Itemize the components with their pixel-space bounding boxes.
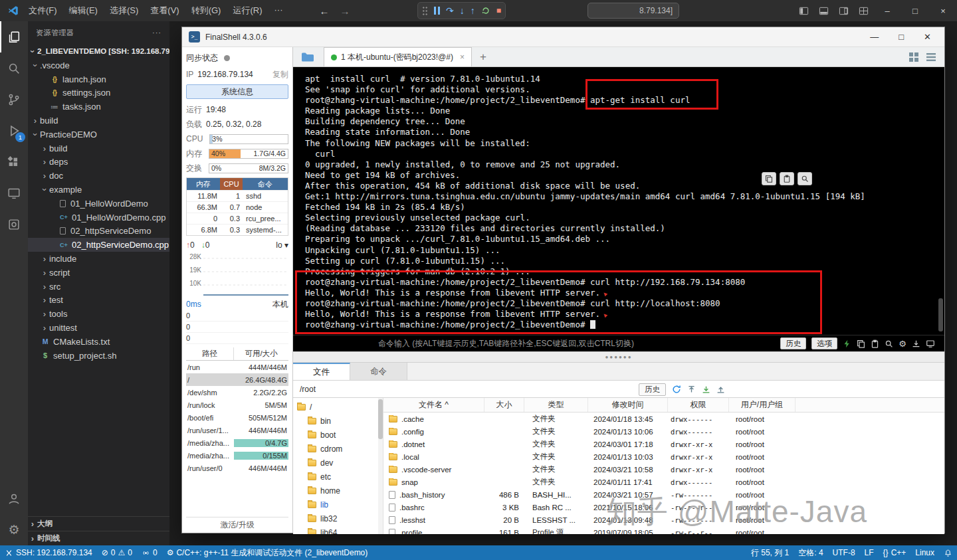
toggle-sidebar-icon[interactable] — [794, 0, 813, 21]
problems-indicator[interactable]: ⊘0 ⚠0 — [97, 545, 137, 560]
history-button[interactable]: 历史 — [780, 337, 806, 349]
file-table-row[interactable]: .local文件夹2024/01/13 10:03drwxr-xr-xroot/… — [383, 450, 944, 463]
tree-item[interactable]: 02_httpServiceDemo — [28, 225, 169, 238]
customize-layout-icon[interactable] — [853, 0, 873, 21]
directory-tree-item[interactable]: home — [293, 484, 383, 498]
refresh-icon[interactable] — [672, 385, 681, 394]
tree-item[interactable]: ≔tasks.json — [28, 100, 169, 114]
search-icon[interactable] — [0, 52, 28, 84]
terminal-scrollbar[interactable] — [938, 298, 943, 331]
disk-row[interactable]: /run/user/1...446M/446M — [186, 424, 288, 436]
column-header[interactable]: 用户/用户组 — [729, 398, 796, 412]
tab-files[interactable]: 文件 — [293, 363, 350, 380]
tree-scrollbar[interactable] — [378, 398, 383, 534]
cursor-position[interactable]: 行 55, 列 1 — [746, 545, 794, 560]
file-table-row[interactable]: .config文件夹2024/01/13 10:06drwx------root… — [383, 425, 944, 438]
finalshell-titlebar[interactable]: >_ FinalShell 4.3.0.6 — □ ✕ — [182, 27, 944, 47]
step-over-icon[interactable]: ↷ — [446, 6, 454, 15]
disk-path-header[interactable]: 路径 — [186, 347, 234, 360]
disk-row[interactable]: /26.4G/48.4G — [186, 373, 288, 386]
encoding[interactable]: UTF-8 — [828, 545, 860, 560]
remote-indicator[interactable]: SSH: 192.168.79.134 — [0, 545, 97, 560]
tree-item[interactable]: MCMakeLists.txt — [28, 335, 169, 349]
file-table-row[interactable]: .vscode-server文件夹2024/03/21 10:58drwxr-x… — [383, 463, 944, 476]
toggle-secondary-sidebar-icon[interactable] — [833, 0, 853, 21]
tree-item[interactable]: ›.vscode — [28, 58, 169, 72]
menu-item[interactable]: 编辑(E) — [63, 3, 104, 19]
tree-item[interactable]: C+02_httpServiceDemo.cpp — [28, 238, 169, 252]
disk-row[interactable]: /run/user/0446M/446M — [186, 462, 288, 474]
file-table-row[interactable]: .dotnet文件夹2024/03/01 17:18drwxr-xr-xroot… — [383, 438, 944, 450]
tree-item[interactable]: ›unittest — [28, 321, 169, 335]
disk-row[interactable]: /media/zha...0/155M — [186, 449, 288, 462]
tree-item[interactable]: ›example — [28, 183, 169, 197]
account-icon[interactable] — [0, 483, 28, 514]
remote-explorer-icon[interactable] — [0, 177, 28, 209]
tree-item[interactable]: ›include — [28, 252, 169, 266]
column-header[interactable]: 文件名 ^ — [383, 398, 484, 412]
open-folder-icon[interactable] — [301, 52, 314, 62]
menu-item[interactable]: 运行(R) — [227, 3, 268, 19]
terminal[interactable]: apt install curl # version 7.81.0-1ubunt… — [293, 67, 944, 335]
stop-icon[interactable]: ■ — [496, 6, 501, 15]
column-header[interactable]: 大小 — [484, 398, 524, 412]
menu-item[interactable]: ··· — [268, 3, 288, 19]
fs-minimize-button[interactable]: — — [870, 32, 879, 42]
disk-row[interactable]: /media/zha...0/4.7G — [186, 436, 288, 449]
indentation[interactable]: 空格: 4 — [794, 545, 827, 560]
process-column-header[interactable]: 命令 — [243, 178, 288, 190]
process-row[interactable]: 66.3M0.7node — [187, 201, 288, 213]
disk-size-header[interactable]: 可用/大小 — [234, 347, 288, 360]
toggle-panel-icon[interactable] — [813, 0, 833, 21]
maximize-button[interactable]: □ — [901, 0, 929, 21]
download-icon[interactable] — [702, 385, 710, 394]
tree-item[interactable]: ›script — [28, 266, 169, 280]
fs-close-button[interactable]: ✕ — [924, 32, 931, 42]
column-header[interactable]: 权限 — [668, 398, 729, 412]
settings-gear-icon[interactable]: ⚙ — [899, 339, 906, 349]
process-column-header[interactable]: 内存 — [187, 178, 220, 190]
explorer-icon[interactable] — [0, 21, 28, 52]
tree-item[interactable]: {}launch.json — [28, 72, 169, 86]
ports-indicator[interactable]: 0 — [137, 545, 162, 560]
tree-item[interactable]: ›build — [28, 141, 169, 155]
monitor-icon[interactable] — [926, 339, 935, 348]
activate-upgrade-link[interactable]: 激活/升级 — [186, 517, 288, 533]
file-table-row[interactable]: snap文件夹2024/01/11 17:41drwx------root/ro… — [383, 476, 944, 488]
directory-tree-item[interactable]: etc — [293, 470, 383, 484]
step-out-icon[interactable]: ↑ — [471, 6, 475, 15]
tree-item[interactable]: $setup_project.sh — [28, 349, 169, 363]
tree-item[interactable]: {}settings.json — [28, 86, 169, 100]
copy-icon[interactable] — [762, 172, 776, 185]
minimize-button[interactable]: – — [873, 0, 901, 21]
process-column-header[interactable]: CPU — [220, 178, 243, 190]
new-tab-button[interactable]: + — [480, 50, 486, 64]
cmake-tools-icon[interactable] — [0, 209, 28, 240]
language-mode[interactable]: {}C++ — [879, 545, 911, 560]
disk-row[interactable]: /run/lock5M/5M — [186, 399, 288, 411]
os-indicator[interactable]: Linux — [910, 545, 939, 560]
drag-grip-icon[interactable] — [422, 6, 428, 16]
disk-row[interactable]: /boot/efi505M/512M — [186, 411, 288, 424]
command-input-bar[interactable]: 命令输入 (按ALT键提示历史,TAB键路径补全,ESC键返回,双击CTRL切换… — [293, 335, 944, 351]
tree-item[interactable]: 01_HelloWordDemo — [28, 197, 169, 211]
run-debug-icon[interactable]: 1 — [0, 115, 28, 146]
tree-item[interactable]: ›src — [28, 280, 169, 294]
close-button[interactable]: × — [929, 0, 957, 21]
interface-select[interactable]: lo ▾ — [276, 240, 288, 250]
tree-item[interactable]: ›doc — [28, 169, 169, 183]
tree-item[interactable]: ›build — [28, 114, 169, 128]
grid-view-icon[interactable] — [908, 52, 919, 62]
current-path[interactable]: /root — [300, 385, 316, 394]
session-tab[interactable]: 1 本机-ubuntu-(密码bj2023!@#) × — [324, 47, 472, 66]
paste-icon[interactable] — [871, 339, 879, 348]
process-row[interactable]: 11.8M1sshd — [187, 190, 288, 201]
copy-ip-button[interactable]: 复制 — [272, 69, 288, 80]
menu-item[interactable]: 转到(G) — [185, 3, 227, 19]
upload-icon[interactable] — [716, 385, 725, 394]
system-info-button[interactable]: 系统信息 — [186, 84, 288, 99]
bolt-icon[interactable] — [843, 339, 851, 348]
options-button[interactable]: 选项 — [811, 337, 837, 349]
disk-row[interactable]: /dev/shm2.2G/2.2G — [186, 386, 288, 399]
notifications-bell-icon[interactable] — [939, 545, 957, 560]
